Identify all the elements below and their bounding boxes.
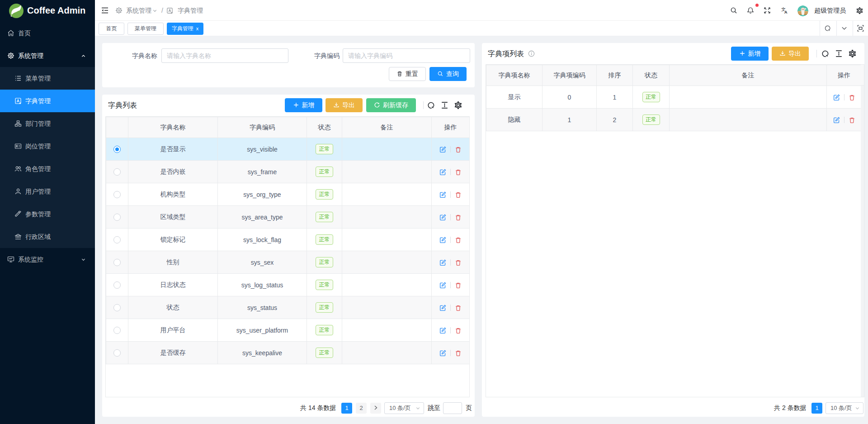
svg-text:A: A	[784, 10, 788, 14]
